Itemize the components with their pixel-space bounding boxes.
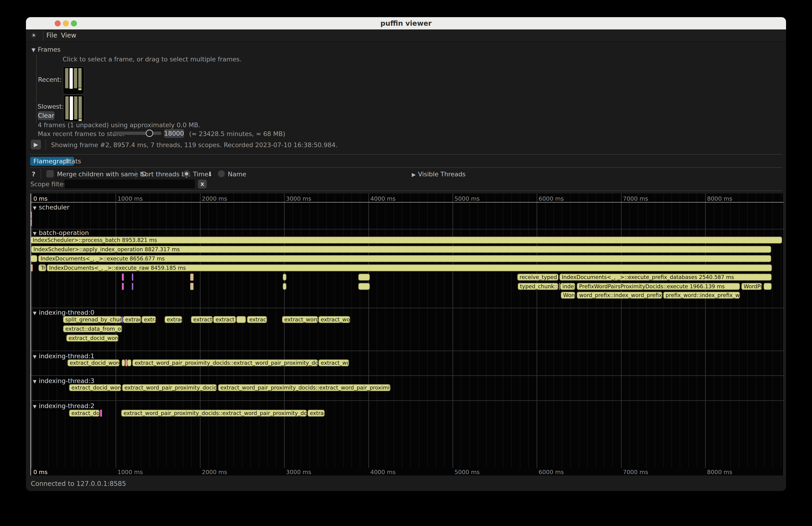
menu-view[interactable]: View [61, 29, 76, 42]
scope-span[interactable]: extrac [164, 316, 182, 323]
scope-span[interactable] [358, 283, 370, 290]
thread-header-indexing-thread:0[interactable]: ▼indexing-thread:0 [33, 309, 95, 316]
scope-span[interactable]: PrefixWordPairsProximityDocids::execute … [577, 283, 740, 290]
scope-span[interactable]: receive_typed_ [517, 274, 559, 281]
clear-filter-button[interactable]: x [198, 179, 207, 188]
scope-span[interactable]: extract_ [191, 316, 213, 323]
scope-span[interactable] [132, 274, 133, 281]
scope-span[interactable] [122, 316, 122, 323]
scope-span[interactable] [132, 283, 133, 290]
sort-name-radio[interactable] [218, 170, 225, 177]
recent-frames-thumbnail[interactable] [63, 66, 84, 94]
frame-bar[interactable] [70, 68, 73, 89]
thread-header-scheduler[interactable]: ▼scheduler [33, 204, 70, 211]
scope-span[interactable] [100, 410, 102, 417]
sort-time-radio[interactable] [183, 170, 190, 177]
scope-span[interactable]: extract::data_from_ob [63, 325, 122, 332]
merge-children-checkbox[interactable] [46, 170, 54, 177]
frame-bar[interactable] [74, 97, 77, 119]
scope-span[interactable] [190, 283, 193, 290]
scope-span[interactable] [127, 360, 131, 366]
scope-span[interactable]: WordPr [741, 283, 762, 290]
sort-name-label[interactable]: Name [228, 171, 246, 178]
scope-span[interactable]: prefix_word::index_prefix_wo [663, 292, 740, 299]
scope-span[interactable] [31, 219, 32, 226]
scope-span[interactable] [31, 211, 32, 219]
scope-span[interactable]: IndexScheduler>::process_batch 8953.821 … [30, 237, 782, 244]
scope-span[interactable]: extract_wo [318, 360, 349, 366]
frame-bar[interactable] [65, 68, 68, 88]
tab-stats[interactable]: Stats [62, 157, 84, 166]
visible-threads-header[interactable]: ▶Visible Threads [412, 171, 466, 178]
play-button[interactable]: ▶ [31, 140, 41, 149]
scope-span[interactable] [283, 274, 287, 281]
scope-span[interactable] [30, 264, 33, 271]
scope-span[interactable]: extract_word_pair_proximity_docids::extr… [132, 360, 318, 366]
gridline [191, 193, 192, 468]
scope-span[interactable]: word_prefix::index_word_prefix_ [577, 292, 662, 299]
scope-span[interactable]: IndexDocuments<_, _>::execute_raw 8459.1… [47, 264, 772, 271]
scope-span[interactable] [122, 274, 124, 281]
timeline-tick-bottom: 3000 ms [286, 469, 311, 476]
thread-header-batch-operation[interactable]: ▼batch-operation [33, 229, 89, 236]
scope-span[interactable]: Trans [39, 264, 46, 271]
scope-span[interactable] [358, 274, 370, 281]
max-frames-slider[interactable] [113, 132, 161, 135]
thread-separator [31, 375, 783, 376]
sort-direction-icon[interactable]: ⬇ [207, 171, 213, 178]
sort-time-label[interactable]: Time [193, 171, 208, 178]
scope-span[interactable]: extract_docid_word [68, 360, 119, 366]
frame-bar[interactable] [66, 97, 69, 119]
frame-bar[interactable] [70, 97, 73, 120]
scope-span[interactable] [764, 283, 772, 290]
scope-span[interactable]: extract_docid_word [66, 335, 118, 341]
frame-bar[interactable] [78, 68, 82, 88]
scope-span[interactable] [125, 360, 127, 366]
scope-span[interactable]: extract [247, 316, 267, 323]
theme-toggle-icon[interactable]: ☀ [31, 29, 37, 42]
scope-span[interactable]: extract_ [213, 316, 236, 323]
flamegraph-canvas[interactable]: 0 ms1000 ms2000 ms3000 ms4000 ms5000 ms6… [30, 193, 784, 476]
scope-span[interactable] [122, 360, 125, 366]
scope-span[interactable]: extrac [307, 410, 325, 417]
scope-span[interactable] [190, 274, 193, 281]
scope-span[interactable]: typed_chunk::w [518, 283, 558, 290]
thread-header-indexing-thread:3[interactable]: ▼indexing-thread:3 [33, 377, 95, 384]
gridline [351, 193, 352, 468]
scope-span[interactable]: IndexDocuments<_, _>::execute_prefix_dat… [560, 274, 772, 281]
scope-span[interactable]: IndexDocuments<_, _>::execute 8656.677 m… [38, 255, 771, 262]
thread-name: indexing-thread:0 [39, 309, 94, 316]
scope-span[interactable] [236, 316, 246, 323]
menu-file[interactable]: File [46, 29, 57, 42]
clear-button[interactable]: Clear [38, 111, 55, 120]
slowest-frames-thumbnail[interactable] [63, 94, 85, 122]
thread-header-indexing-thread:2[interactable]: ▼indexing-thread:2 [33, 402, 95, 409]
scope-span[interactable] [122, 283, 124, 290]
scope-span[interactable]: extract_word_pair_proximity_docids [122, 384, 217, 391]
scope-span[interactable]: index [560, 283, 575, 290]
scope-span[interactable] [283, 283, 287, 290]
scope-span[interactable]: IndexScheduler>::apply_index_operation 8… [31, 246, 771, 253]
scope-span[interactable]: extract_word [282, 316, 318, 323]
frames-header[interactable]: ▼Frames [31, 46, 60, 53]
frame-bar[interactable] [78, 97, 82, 119]
help-button[interactable]: ? [32, 171, 35, 178]
scope-span[interactable]: extract_wo [318, 316, 350, 323]
scope-span[interactable]: split_grenad_by_chun [63, 316, 122, 323]
scope-span[interactable]: extract_word_pair_proximity_docids::extr… [121, 410, 307, 417]
scope-filter-input[interactable] [64, 179, 195, 188]
frame-bar[interactable] [74, 68, 77, 88]
scope-span[interactable]: extract_docid_word [69, 384, 121, 391]
slider-knob[interactable] [146, 130, 153, 137]
gridline [638, 193, 638, 468]
timeline-tick-bottom: 8000 ms [707, 469, 732, 476]
max-frames-value[interactable]: 18000 [164, 129, 184, 138]
scope-span[interactable]: extract_word_pair_proximity_docids::extr… [218, 384, 390, 391]
scope-span[interactable]: Word [561, 292, 575, 299]
scope-span[interactable]: extra [142, 316, 156, 323]
scope-span[interactable] [559, 283, 560, 290]
scope-span[interactable] [30, 255, 37, 262]
scope-span[interactable]: extract [123, 316, 141, 323]
scope-span[interactable]: extract_doc [69, 410, 100, 417]
thread-header-indexing-thread:1[interactable]: ▼indexing-thread:1 [33, 352, 95, 360]
